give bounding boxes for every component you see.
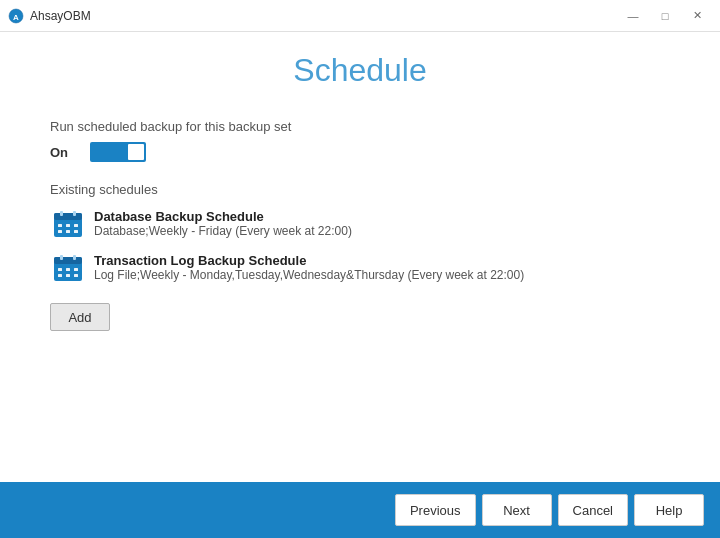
svg-rect-4	[60, 211, 63, 216]
toggle-label: On	[50, 145, 74, 160]
schedule-item-2[interactable]: Transaction Log Backup Schedule Log File…	[50, 249, 670, 289]
svg-rect-9	[58, 230, 62, 233]
title-bar: A AhsayOBM — □ ✕	[0, 0, 720, 32]
schedule-name-1: Database Backup Schedule	[94, 209, 352, 224]
previous-button[interactable]: Previous	[395, 494, 476, 526]
svg-rect-11	[74, 230, 78, 233]
svg-rect-21	[74, 274, 78, 277]
svg-rect-10	[66, 230, 70, 233]
schedule-info-2: Transaction Log Backup Schedule Log File…	[94, 253, 524, 282]
main-content: Schedule Run scheduled backup for this b…	[0, 32, 720, 482]
toggle-row: On	[50, 142, 670, 162]
run-schedule-label: Run scheduled backup for this backup set	[50, 119, 670, 134]
schedule-toggle[interactable]	[90, 142, 146, 162]
svg-rect-13	[54, 257, 82, 264]
schedule-info-1: Database Backup Schedule Database;Weekly…	[94, 209, 352, 238]
svg-rect-17	[66, 268, 70, 271]
next-button[interactable]: Next	[482, 494, 552, 526]
minimize-button[interactable]: —	[618, 6, 648, 26]
svg-rect-18	[74, 268, 78, 271]
svg-rect-7	[66, 224, 70, 227]
schedule-icon-1	[52, 209, 84, 241]
cancel-button[interactable]: Cancel	[558, 494, 628, 526]
svg-text:A: A	[13, 12, 19, 21]
app-icon: A	[8, 8, 24, 24]
svg-rect-5	[73, 211, 76, 216]
title-bar-left: A AhsayOBM	[8, 8, 91, 24]
svg-rect-14	[60, 255, 63, 260]
help-button[interactable]: Help	[634, 494, 704, 526]
svg-rect-8	[74, 224, 78, 227]
svg-rect-6	[58, 224, 62, 227]
schedule-name-2: Transaction Log Backup Schedule	[94, 253, 524, 268]
add-button[interactable]: Add	[50, 303, 110, 331]
svg-rect-15	[73, 255, 76, 260]
svg-rect-16	[58, 268, 62, 271]
schedule-list: Database Backup Schedule Database;Weekly…	[50, 205, 670, 289]
svg-rect-3	[54, 213, 82, 220]
title-bar-controls: — □ ✕	[618, 6, 712, 26]
schedule-item-1[interactable]: Database Backup Schedule Database;Weekly…	[50, 205, 670, 245]
close-button[interactable]: ✕	[682, 6, 712, 26]
svg-rect-19	[58, 274, 62, 277]
page-title: Schedule	[50, 52, 670, 89]
schedule-desc-1: Database;Weekly - Friday (Every week at …	[94, 224, 352, 238]
svg-rect-20	[66, 274, 70, 277]
existing-schedules-label: Existing schedules	[50, 182, 670, 197]
app-title: AhsayOBM	[30, 9, 91, 23]
maximize-button[interactable]: □	[650, 6, 680, 26]
footer: Previous Next Cancel Help	[0, 482, 720, 538]
schedule-icon-2	[52, 253, 84, 285]
schedule-desc-2: Log File;Weekly - Monday,Tuesday,Wednesd…	[94, 268, 524, 282]
